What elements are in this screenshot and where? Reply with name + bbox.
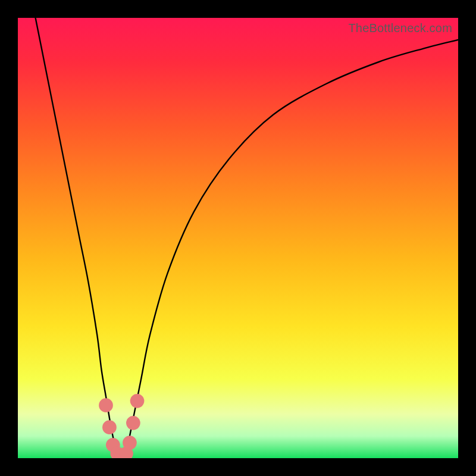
watermark-text: TheBottleneck.com [348,21,452,35]
left-curve [36,18,118,456]
bottleneck-dots [99,394,144,458]
curves-layer [18,18,458,458]
chart-container: { "watermark": "TheBottleneck.com", "col… [0,0,476,476]
highlight-dot [123,436,137,450]
right-curve [126,40,458,456]
highlight-dot [126,416,140,430]
highlight-dot [99,398,113,412]
highlight-dot [130,394,145,408]
highlight-dot [102,420,117,434]
plot-area: TheBottleneck.com [18,18,458,458]
